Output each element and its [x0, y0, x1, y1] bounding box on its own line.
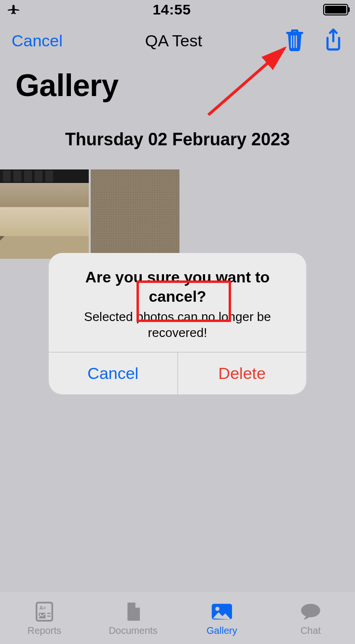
tab-label: Documents: [109, 625, 157, 636]
dialog-delete-button[interactable]: Delete: [178, 352, 307, 394]
photo-thumbnail[interactable]: [91, 169, 179, 259]
page-title: Gallery: [15, 68, 119, 103]
svg-line-1: [208, 48, 285, 115]
chat-icon: [297, 600, 324, 623]
status-bar: 14:55: [0, 0, 355, 19]
reports-icon: A=: [31, 600, 58, 623]
trash-button[interactable]: [285, 28, 305, 53]
airplane-mode-icon: [7, 3, 20, 16]
share-icon: [323, 28, 343, 51]
battery-icon: [323, 4, 348, 15]
nav-title: QA Test: [145, 31, 202, 50]
dialog-message: Selected photos can no longer be recover…: [62, 309, 293, 340]
nav-bar: Cancel QA Test: [0, 23, 355, 58]
confirm-dialog: Are you sure you want to cancel? Selecte…: [49, 253, 306, 394]
documents-icon: [120, 600, 147, 623]
tab-chat[interactable]: Chat: [266, 592, 355, 644]
share-button[interactable]: [323, 28, 343, 53]
tab-label: Reports: [27, 625, 61, 636]
dialog-cancel-button[interactable]: Cancel: [49, 352, 178, 394]
thumbnail-row: [0, 169, 179, 259]
tab-documents[interactable]: Documents: [89, 592, 178, 644]
status-right: [323, 4, 348, 15]
photo-thumbnail[interactable]: [0, 169, 89, 259]
status-left: [7, 3, 20, 16]
tab-gallery[interactable]: Gallery: [178, 592, 266, 644]
svg-point-10: [301, 603, 320, 617]
dialog-buttons: Cancel Delete: [49, 352, 306, 394]
svg-point-9: [216, 607, 219, 611]
tab-label: Gallery: [206, 625, 237, 636]
tab-label: Chat: [300, 625, 321, 636]
trash-icon: [285, 28, 305, 51]
tab-bar: A= Reports Documents Gallery Chat: [0, 592, 355, 644]
gallery-icon: [208, 600, 235, 623]
status-time: 14:55: [152, 1, 191, 18]
svg-text:A=: A=: [40, 605, 46, 611]
nav-actions: [285, 28, 343, 53]
cancel-button[interactable]: Cancel: [12, 31, 63, 50]
dialog-title: Are you sure you want to cancel?: [62, 267, 293, 306]
dialog-body: Are you sure you want to cancel? Selecte…: [49, 253, 306, 352]
date-section-header: Thursday 02 February 2023: [0, 129, 355, 150]
tab-reports[interactable]: A= Reports: [0, 592, 89, 644]
